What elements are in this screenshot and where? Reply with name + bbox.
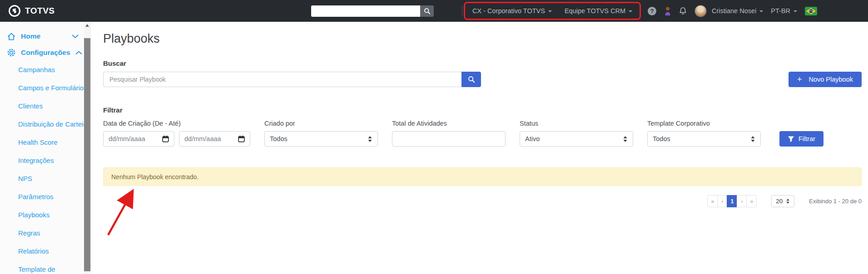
organization-dropdown[interactable]: CX - Corporativo TOTVS bbox=[472, 7, 552, 15]
sidebar-scrollbar[interactable] bbox=[84, 22, 90, 274]
new-playbook-button-label: Novo Playbook bbox=[808, 76, 853, 83]
language-label: PT-BR bbox=[771, 7, 790, 15]
select-arrows-icon bbox=[367, 136, 372, 142]
sidebar-item-health-score[interactable]: Health Score bbox=[0, 133, 84, 152]
sidebar-item-relatorios[interactable]: Relatórios bbox=[0, 242, 84, 260]
corporate-template-select[interactable]: Todos bbox=[647, 131, 761, 147]
page-size-select[interactable]: 20 bbox=[771, 195, 794, 207]
language-dropdown[interactable]: PT-BR bbox=[771, 7, 797, 15]
select-arrows-icon bbox=[750, 136, 755, 142]
sidebar-item-regras[interactable]: Regras bbox=[0, 224, 84, 242]
person-icon[interactable] bbox=[664, 6, 671, 16]
first-page-button[interactable]: « bbox=[707, 195, 718, 207]
sidebar-item-home[interactable]: Home bbox=[0, 28, 84, 44]
playbook-search bbox=[103, 72, 481, 87]
main-content: Playbooks Buscar + Novo Playbook bbox=[90, 22, 868, 274]
sidebar-item-label: Home bbox=[21, 32, 40, 40]
caret-down-icon bbox=[629, 10, 632, 12]
select-arrows-icon bbox=[786, 198, 790, 204]
sidebar-item-clientes[interactable]: Clientes bbox=[0, 97, 84, 115]
prev-page-button[interactable]: ‹ bbox=[717, 195, 727, 207]
sidebar-item-campanhas[interactable]: Campanhas bbox=[0, 61, 84, 79]
select-arrows-icon bbox=[623, 136, 628, 142]
filter-status: Status Ativo bbox=[520, 120, 633, 147]
funnel-icon bbox=[788, 136, 794, 142]
filter-created-by-label: Criado por bbox=[264, 120, 378, 127]
filter-corporate-template-label: Template Corporativo bbox=[647, 120, 761, 127]
filter-section-label: Filtrar bbox=[103, 106, 862, 114]
sidebar-item-configuracoes[interactable]: Configurações bbox=[0, 44, 84, 61]
filter-creation-date-label: Data de Criação (De - Até) bbox=[103, 120, 250, 127]
sidebar-item-label: Configurações bbox=[21, 49, 70, 57]
filter-total-activities-label: Total de Atividades bbox=[392, 120, 506, 127]
sidebar-item-nps[interactable]: NPS bbox=[0, 170, 84, 188]
sidebar: Home Configurações Campanhas Campos e Fo… bbox=[0, 22, 84, 274]
date-placeholder: dd/mm/aaaa bbox=[184, 135, 221, 142]
page-title: Playbooks bbox=[103, 32, 862, 46]
filter-button[interactable]: Filtrar bbox=[779, 131, 823, 147]
caret-down-icon bbox=[794, 10, 797, 12]
created-by-select-value: Todos bbox=[270, 135, 288, 142]
filter-corporate-template: Template Corporativo Todos bbox=[647, 120, 761, 147]
scrollbar-thumb[interactable] bbox=[84, 38, 90, 271]
annotation-highlight-box: CX - Corporativo TOTVS Equipe TOTVS CRM bbox=[464, 2, 641, 20]
date-to-input[interactable]: dd/mm/aaaa bbox=[179, 131, 250, 147]
sidebar-item-template-de-mensagem[interactable]: Template de Mensagem bbox=[0, 260, 84, 274]
team-dropdown-label: Equipe TOTVS CRM bbox=[565, 7, 625, 15]
page-size-value: 20 bbox=[776, 198, 783, 205]
search-section-label: Buscar bbox=[103, 59, 862, 67]
next-page-button[interactable]: › bbox=[737, 195, 747, 207]
last-page-button[interactable]: » bbox=[746, 195, 757, 207]
page-layout: Home Configurações Campanhas Campos e Fo… bbox=[0, 22, 868, 274]
total-activities-input[interactable] bbox=[392, 131, 506, 147]
sidebar-item-campos-e-formularios[interactable]: Campos e Formulários bbox=[0, 79, 84, 97]
pagination-row: « ‹ 1 › » 20 Exibindo 1 - 20 de 0 bbox=[103, 195, 862, 207]
status-select[interactable]: Ativo bbox=[520, 131, 633, 147]
totvs-logo-icon bbox=[8, 5, 21, 17]
help-icon[interactable]: ? bbox=[648, 7, 656, 15]
totvs-logo[interactable]: TOTVS bbox=[8, 5, 55, 17]
page-1-button[interactable]: 1 bbox=[727, 195, 737, 207]
bell-icon[interactable] bbox=[679, 7, 687, 15]
user-avatar bbox=[694, 5, 707, 17]
team-dropdown[interactable]: Equipe TOTVS CRM bbox=[565, 7, 632, 15]
global-search bbox=[311, 5, 434, 17]
status-select-value: Ativo bbox=[525, 135, 540, 142]
sidebar-item-parametros[interactable]: Parâmetros bbox=[0, 188, 84, 206]
sidebar-item-integracoes[interactable]: Integrações bbox=[0, 152, 84, 170]
sidebar-item-distribuicao-de-carteira[interactable]: Distribuição de Carteira bbox=[0, 115, 84, 133]
brazil-flag-icon bbox=[805, 7, 817, 15]
playbook-search-input[interactable] bbox=[103, 72, 461, 87]
annotation-arrow bbox=[103, 184, 146, 239]
topbar-icons: ? Cristiane Nosei PT-BR bbox=[648, 5, 868, 17]
filter-created-by: Criado por Todos bbox=[264, 120, 378, 147]
filter-button-label: Filtrar bbox=[799, 135, 815, 142]
search-icon bbox=[424, 8, 431, 15]
corporate-template-select-value: Todos bbox=[653, 135, 670, 142]
search-icon bbox=[468, 76, 475, 83]
scrollbar-up-arrow-icon[interactable] bbox=[85, 24, 89, 27]
global-search-input[interactable] bbox=[311, 5, 420, 17]
filter-creation-date: Data de Criação (De - Até) dd/mm/aaaa bbox=[103, 120, 250, 147]
playbook-search-button[interactable] bbox=[461, 72, 481, 87]
user-name: Cristiane Nosei bbox=[712, 7, 756, 15]
empty-state-alert: Nenhum Playbook encontrado. bbox=[103, 167, 862, 186]
home-icon bbox=[7, 32, 16, 41]
sidebar-item-playbooks[interactable]: Playbooks bbox=[0, 206, 84, 224]
filter-status-label: Status bbox=[520, 120, 633, 127]
date-from-input[interactable]: dd/mm/aaaa bbox=[103, 131, 174, 147]
plus-icon: + bbox=[797, 75, 802, 83]
caret-down-icon bbox=[548, 10, 552, 12]
created-by-select[interactable]: Todos bbox=[264, 131, 378, 147]
new-playbook-button[interactable]: + Novo Playbook bbox=[789, 72, 862, 87]
filter-total-activities: Total de Atividades bbox=[392, 120, 506, 147]
user-menu[interactable]: Cristiane Nosei bbox=[694, 5, 763, 17]
brand-name: TOTVS bbox=[25, 6, 55, 16]
calendar-icon[interactable] bbox=[238, 135, 245, 142]
calendar-icon[interactable] bbox=[162, 135, 169, 142]
date-placeholder: dd/mm/aaaa bbox=[109, 135, 145, 142]
organization-dropdown-label: CX - Corporativo TOTVS bbox=[472, 7, 545, 15]
global-search-button[interactable] bbox=[420, 5, 434, 17]
pagination-summary: Exibindo 1 - 20 de 0 bbox=[809, 198, 862, 205]
topbar-divider bbox=[462, 6, 462, 16]
